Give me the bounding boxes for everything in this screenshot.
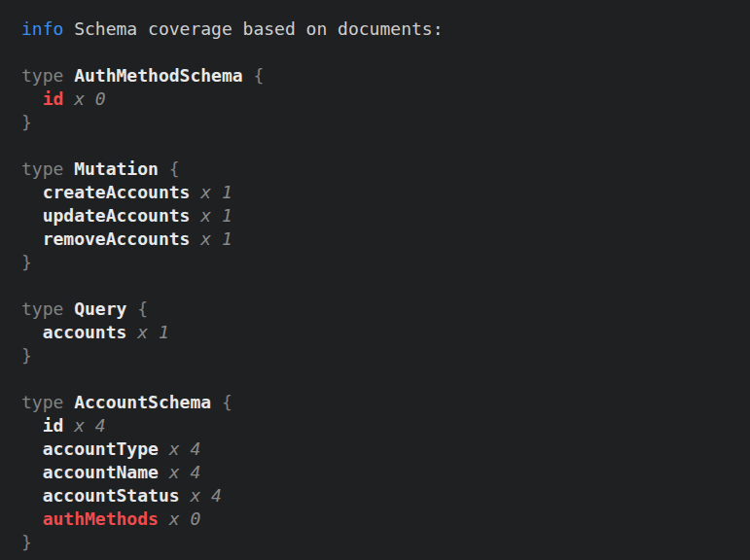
blank-line bbox=[21, 41, 740, 64]
field-line: accountStatusx 4 bbox=[21, 484, 740, 508]
type-header-line: typeAccountSchema{ bbox=[21, 391, 740, 414]
field-line: accountNamex 4 bbox=[21, 461, 740, 484]
type-header-line: typeAuthMethodSchema{ bbox=[21, 64, 740, 88]
field-hit-count: x 0 bbox=[169, 508, 201, 529]
close-brace: } bbox=[21, 345, 32, 366]
type-keyword: type bbox=[21, 158, 63, 179]
type-name: Mutation bbox=[74, 158, 159, 179]
type-block-mutation: typeMutation{ createAccountsx 1 updateAc… bbox=[21, 158, 740, 274]
field-name: authMethods bbox=[43, 508, 159, 529]
close-brace-line: } bbox=[21, 111, 740, 134]
field-name: accountStatus bbox=[43, 485, 180, 506]
field-hit-count: x 0 bbox=[74, 88, 106, 109]
type-block-accountschema: typeAccountSchema{ idx 4 accountTypex 4 … bbox=[21, 391, 740, 554]
field-name: removeAccounts bbox=[43, 228, 191, 249]
close-brace-line: } bbox=[21, 531, 740, 554]
type-header-line: typeQuery{ bbox=[21, 298, 740, 321]
field-line: idx 0 bbox=[21, 88, 740, 111]
log-header-line: infoSchema coverage based on documents: bbox=[21, 18, 740, 41]
field-hit-count: x 4 bbox=[169, 438, 201, 459]
field-hit-count: x 1 bbox=[200, 205, 232, 226]
field-name: accounts bbox=[43, 322, 127, 342]
close-brace: } bbox=[21, 252, 32, 272]
field-hit-count: x 1 bbox=[137, 322, 169, 342]
close-brace: } bbox=[21, 532, 32, 552]
open-brace: { bbox=[253, 65, 264, 86]
blank-line bbox=[21, 274, 740, 298]
open-brace: { bbox=[169, 158, 180, 179]
type-block-authmethodschema: typeAuthMethodSchema{ idx 0 } bbox=[21, 64, 740, 134]
field-line: authMethodsx 0 bbox=[21, 508, 740, 531]
log-message: Schema coverage based on documents: bbox=[74, 18, 443, 39]
close-brace: } bbox=[21, 112, 32, 132]
open-brace: { bbox=[222, 392, 232, 412]
field-hit-count: x 4 bbox=[74, 415, 106, 436]
type-name: AccountSchema bbox=[74, 392, 211, 412]
blank-line bbox=[21, 134, 740, 158]
log-level-info: info bbox=[21, 18, 63, 39]
field-name: accountType bbox=[43, 438, 159, 459]
type-keyword: type bbox=[21, 298, 63, 319]
field-line: idx 4 bbox=[21, 414, 740, 438]
blank-line bbox=[21, 368, 740, 391]
close-brace-line: } bbox=[21, 251, 740, 274]
field-name: updateAccounts bbox=[43, 205, 191, 226]
type-header-line: typeMutation{ bbox=[21, 158, 740, 181]
terminal-output: infoSchema coverage based on documents: … bbox=[0, 0, 750, 560]
field-line: createAccountsx 1 bbox=[21, 181, 740, 204]
field-hit-count: x 4 bbox=[190, 485, 222, 506]
type-name: AuthMethodSchema bbox=[74, 65, 242, 86]
type-name: Query bbox=[74, 298, 126, 319]
open-brace: { bbox=[137, 298, 148, 319]
field-line: removeAccountsx 1 bbox=[21, 228, 740, 251]
type-keyword: type bbox=[21, 392, 63, 412]
field-line: updateAccountsx 1 bbox=[21, 204, 740, 228]
field-hit-count: x 1 bbox=[200, 182, 232, 202]
field-hit-count: x 4 bbox=[169, 462, 201, 482]
type-keyword: type bbox=[21, 65, 63, 86]
field-name: id bbox=[43, 88, 64, 109]
field-line: accountTypex 4 bbox=[21, 438, 740, 461]
field-hit-count: x 1 bbox=[200, 228, 232, 249]
field-name: accountName bbox=[43, 462, 159, 482]
field-name: createAccounts bbox=[43, 182, 191, 202]
type-block-query: typeQuery{ accountsx 1 } bbox=[21, 298, 740, 368]
field-name: id bbox=[43, 415, 64, 436]
field-line: accountsx 1 bbox=[21, 321, 740, 344]
close-brace-line: } bbox=[21, 344, 740, 368]
